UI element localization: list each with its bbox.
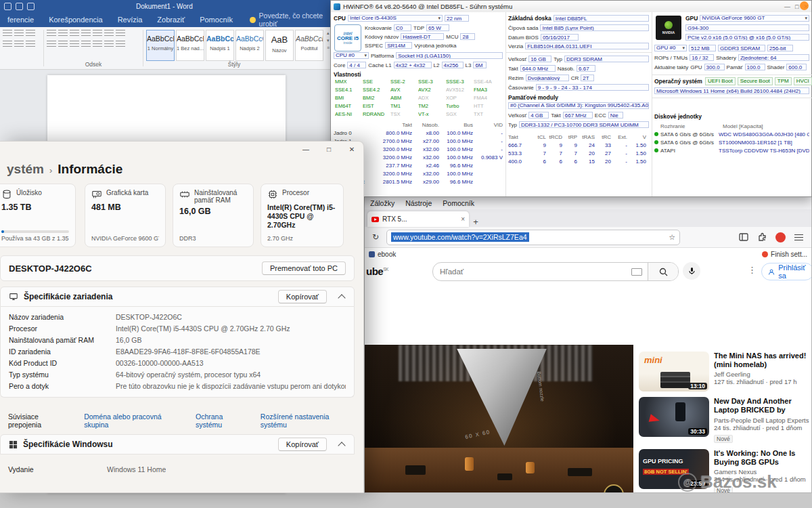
sort-icon[interactable] — [104, 30, 114, 38]
increase-indent-icon[interactable] — [93, 30, 102, 38]
style-card[interactable]: AaBbCcC Nadpis 2 — [235, 30, 264, 61]
clear-format-icon[interactable] — [26, 41, 35, 49]
windows-spec-section[interactable]: Špecifikácie Windowsu Kopírovať — [0, 434, 355, 454]
menu-item[interactable]: Záložky — [370, 199, 394, 207]
align-left-icon[interactable] — [47, 41, 56, 49]
drive-row[interactable]: SATA 6 Gb/s @ 6Gb/s ST1000NM003-1ER162 [… — [654, 138, 809, 146]
redo-icon[interactable] — [27, 3, 35, 10]
chevron-up-icon[interactable] — [338, 442, 345, 449]
device-spec-section[interactable]: Špecifikácie zariadenia Kopírovať — [0, 287, 355, 307]
video-thumbnail[interactable]: mini 13:10 — [639, 352, 709, 391]
bullet-list-icon[interactable] — [47, 30, 56, 38]
youtube-logo[interactable]: ubeSK — [366, 266, 388, 277]
channel-name[interactable]: Jeff Geerling — [714, 371, 811, 378]
ribbon-tab[interactable]: Korešpondencia — [41, 16, 110, 24]
style-card[interactable]: AaB Názov — [265, 30, 294, 61]
minimize-icon[interactable]: — — [294, 142, 317, 156]
reload-icon[interactable]: ↻ — [370, 232, 381, 242]
maximize-icon[interactable]: □ — [317, 142, 340, 156]
url-bar[interactable]: www.youtube.com/watch?v=2XiRsLZ7Ea4 ☆ — [386, 230, 680, 245]
gallery-down-icon[interactable]: ▾ — [327, 38, 330, 43]
bookmark-star-icon[interactable]: ☆ — [669, 233, 675, 242]
related-link[interactable]: Ochrana systému — [196, 412, 250, 429]
ribbon-tab[interactable]: Pomocník — [192, 16, 240, 24]
storage-card[interactable]: Úložisko 1.35 TB Používa sa 43 GB z 1.35… — [0, 184, 76, 247]
keyboard-icon[interactable] — [631, 268, 642, 276]
style-card[interactable]: AaBbCcDc 1 Bez nad... — [176, 30, 204, 61]
graphics-card-card[interactable]: Grafická karta 481 MB NVIDIA GeForce 960… — [85, 184, 166, 247]
sign-in-button[interactable]: Prihlásiť sa — [761, 263, 812, 280]
voice-search-button[interactable] — [683, 262, 700, 280]
justify-icon[interactable] — [81, 41, 91, 49]
change-case-icon[interactable] — [26, 30, 35, 38]
menu-item[interactable]: Nástroje — [405, 199, 432, 207]
rename-pc-button[interactable]: Premenovať toto PC — [262, 261, 346, 275]
profile-icon[interactable] — [775, 232, 786, 242]
browser-tab[interactable]: RTX 5... × — [367, 211, 469, 227]
related-video[interactable]: mini 13:10 The Mini NAS has arrived! (mi… — [639, 352, 811, 391]
borders-icon[interactable] — [116, 41, 125, 49]
style-card[interactable]: AaBbCc Nadpis 1 — [206, 30, 234, 61]
search-button[interactable] — [648, 263, 678, 280]
minimize-icon[interactable]: — — [784, 3, 790, 10]
font-shrink-icon[interactable] — [14, 30, 24, 38]
shading-icon[interactable] — [104, 41, 114, 49]
gallery-up-icon[interactable]: ▴ — [327, 30, 330, 36]
gpu-select[interactable]: NVIDIA GeForce 9600 GT — [700, 15, 809, 22]
pilcrow-icon[interactable] — [116, 30, 125, 38]
video-thumbnail[interactable]: GPU PRICING 8GB NOT SELLIN' 23:59 — [639, 449, 709, 489]
breadcrumb-system[interactable]: ystém — [7, 162, 44, 177]
close-icon[interactable]: ✕ — [340, 142, 363, 156]
style-card[interactable]: AaBbCcDc 1 Normálny — [146, 30, 175, 61]
drive-row[interactable]: ATAPI TSSTcorp CDDVDW TS-H653N [DVD+... — [654, 146, 809, 154]
decrease-indent-icon[interactable] — [81, 30, 91, 38]
text-highlight-icon[interactable] — [3, 41, 12, 49]
related-link[interactable]: Doména alebo pracovná skupina — [84, 412, 185, 429]
related-video[interactable]: 30:33 New Day And Another Laptop BRICKED… — [639, 397, 811, 444]
extensions-icon[interactable] — [757, 232, 767, 242]
tell-me-box[interactable]: Povedzte, čo chcete urobiť — [250, 12, 338, 28]
url-text[interactable]: www.youtube.com/watch?v=2XiRsLZ7Ea4 — [391, 232, 529, 242]
menu-item[interactable]: Pomocník — [443, 199, 474, 207]
copy-button[interactable]: Kopírovať — [278, 290, 327, 303]
related-link[interactable]: Rozšírené nastavenia systému — [261, 412, 355, 429]
video-player[interactable]: Bottom nozzle 60 X 60 HW 7:10 / 18:10 — [365, 345, 633, 493]
font-color-icon[interactable] — [14, 41, 24, 49]
channel-name[interactable]: Parts-People Dell Laptop Experts — [714, 417, 811, 424]
style-card[interactable]: AaBbCcD Podtitul — [295, 30, 323, 61]
finish-setup-item[interactable]: Finish sett... — [762, 251, 807, 258]
search-input[interactable] — [433, 268, 631, 276]
bookmark-item[interactable]: ebook — [378, 251, 396, 258]
kebab-menu-icon[interactable]: ⋮ — [748, 265, 757, 275]
drive-row[interactable]: SATA 6 Gb/s @ 6Gb/s WDC WDS480G3G0A-00JH… — [654, 130, 809, 138]
memory-module-select[interactable]: #0 (Channel A Slot 0/DIMM 3): Kingston 9… — [508, 102, 649, 109]
maximize-icon[interactable]: □ — [795, 3, 798, 10]
line-spacing-icon[interactable] — [93, 41, 102, 49]
chevron-up-icon[interactable] — [338, 294, 345, 301]
save-icon[interactable] — [4, 3, 12, 10]
cpu-select[interactable]: Intel Core i5-4430S — [348, 15, 443, 22]
align-right-icon[interactable] — [70, 41, 79, 49]
video-thumbnail[interactable]: 30:33 — [639, 397, 709, 437]
align-center-icon[interactable] — [58, 41, 68, 49]
processor-card[interactable]: Procesor Intel(R) Core(TM) i5-4430S CPU … — [261, 184, 344, 247]
ram-card[interactable]: Nainštalovaná pamäť RAM 16,0 GB DDR3 — [173, 184, 254, 247]
numbered-list-icon[interactable] — [58, 30, 68, 38]
font-grow-icon[interactable] — [3, 30, 12, 38]
gpu-number-select[interactable]: GPU #0 — [654, 45, 687, 51]
related-video[interactable]: GPU PRICING 8GB NOT SELLIN' 23:59 It's W… — [639, 449, 811, 493]
new-tab-button[interactable]: + — [469, 217, 482, 227]
channel-name[interactable]: Gamers Nexus — [714, 468, 811, 475]
search-bar[interactable] — [432, 262, 679, 281]
sidebar-icon[interactable] — [739, 232, 748, 242]
ribbon-tab[interactable]: ferencie — [0, 16, 41, 24]
gallery-more-icon[interactable]: ≡ — [327, 45, 330, 50]
ribbon-tab[interactable]: Revízia — [110, 16, 150, 24]
multilevel-list-icon[interactable] — [70, 30, 79, 38]
undo-icon[interactable] — [16, 3, 23, 10]
cpu-number-select[interactable]: CPU #0 — [334, 52, 369, 59]
ribbon-tab[interactable]: Zobraziť — [150, 16, 192, 24]
app-menu-icon[interactable] — [794, 234, 803, 240]
copy-button[interactable]: Kopírovať — [278, 438, 327, 451]
tab-close-icon[interactable]: × — [461, 215, 465, 223]
